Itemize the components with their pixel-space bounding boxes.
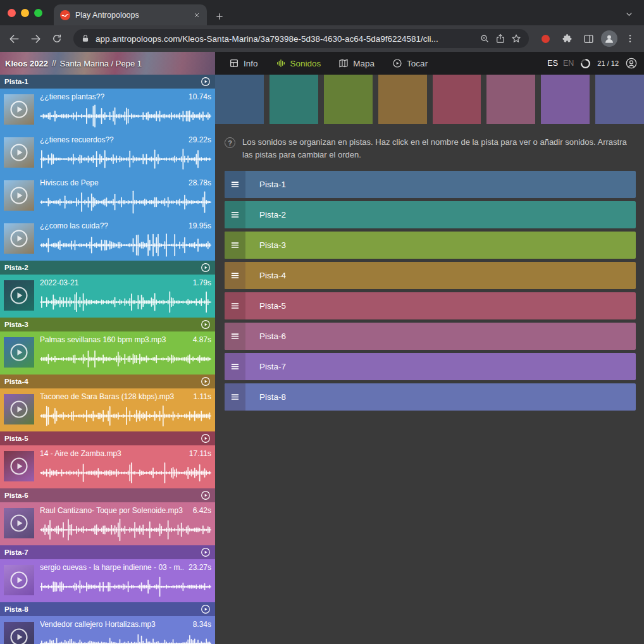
address-bar[interactable]: app.antropoloops.com/Kleos-Santa-Marina/…	[73, 29, 529, 48]
play-sound-button[interactable]	[4, 137, 34, 168]
play-sound-button[interactable]	[4, 223, 34, 254]
track-bar-pista-8[interactable]: Pista-8	[225, 383, 636, 411]
play-sound-button[interactable]	[4, 94, 34, 125]
drag-handle-icon[interactable]	[225, 262, 245, 289]
track-tile-pista-8[interactable]	[595, 75, 644, 124]
play-sound-button[interactable]	[4, 565, 34, 595]
play-sound-button[interactable]	[4, 280, 34, 311]
sound-row[interactable]: 2022-03-211.79s	[0, 275, 215, 318]
menu-kebab-icon[interactable]	[621, 30, 639, 47]
play-track-button[interactable]	[201, 376, 211, 387]
track-header[interactable]: Pista-8	[0, 602, 215, 616]
account-icon[interactable]	[625, 57, 638, 70]
sound-row[interactable]: Vendedor callejero Hortalizas.mp38.34s	[0, 616, 215, 644]
back-icon[interactable]	[5, 30, 23, 47]
track-bar-pista-7[interactable]: Pista-7	[225, 353, 636, 380]
play-track-button[interactable]	[201, 319, 211, 330]
sound-row[interactable]: ¿¿como las cuida??19.95s	[0, 218, 215, 261]
play-sound-button[interactable]	[4, 508, 34, 538]
drag-handle-icon[interactable]	[225, 383, 245, 411]
breadcrumb[interactable]: Kleos 2022 // Santa Marina / Pepe 1	[0, 52, 215, 75]
new-tab-button[interactable]	[214, 11, 225, 22]
drag-handle-icon[interactable]	[225, 171, 245, 198]
bookmark-star-icon[interactable]	[511, 34, 521, 44]
track-bar-pista-6[interactable]: Pista-6	[225, 323, 636, 350]
close-window-button[interactable]	[8, 9, 16, 17]
nav-item-tocar[interactable]: Tocar	[392, 58, 428, 68]
track-header[interactable]: Pista-5	[0, 431, 215, 445]
padlock-icon[interactable]	[81, 34, 90, 43]
url-text[interactable]: app.antropoloops.com/Kleos-Santa-Marina/…	[96, 34, 474, 44]
track-bar-pista-3[interactable]: Pista-3	[225, 232, 636, 259]
play-track-button[interactable]	[201, 547, 211, 557]
track-tile-pista-5[interactable]	[433, 75, 481, 124]
track-bar-pista-5[interactable]: Pista-5	[225, 292, 636, 319]
forward-icon[interactable]	[27, 30, 44, 47]
track-tile-pista-1[interactable]	[215, 75, 264, 124]
profile-avatar[interactable]	[601, 30, 617, 47]
language-es[interactable]: ES	[547, 59, 558, 68]
track-header[interactable]: Pista-3	[0, 318, 215, 331]
drag-handle-icon[interactable]	[225, 323, 245, 350]
track-bar-pista-2[interactable]: Pista-2	[225, 201, 636, 228]
track-header[interactable]: Pista-7	[0, 545, 215, 559]
sound-row[interactable]: ¿¿tienes plantas??10.74s	[0, 89, 215, 132]
sound-thumbnail	[4, 280, 34, 311]
track-tile-pista-4[interactable]	[378, 75, 427, 124]
sound-row[interactable]: Hiviscus de Pepe28.78s	[0, 175, 215, 218]
drag-handle-icon[interactable]	[225, 292, 245, 319]
side-panel-icon[interactable]	[579, 30, 597, 47]
track-bar-pista-1[interactable]: Pista-1	[225, 171, 636, 198]
play-track-button[interactable]	[201, 604, 211, 614]
sound-row[interactable]: Raul Cantizano- Toque por Solenoide.mp36…	[0, 502, 215, 545]
sound-row[interactable]: Taconeo de Sara Baras (128 kbps).mp31.11…	[0, 388, 215, 431]
extensions-puzzle-icon[interactable]	[558, 30, 576, 47]
breadcrumb-project[interactable]: Kleos 2022	[5, 59, 48, 68]
sound-row[interactable]: ¿¿tienes recuerdos??29.22s	[0, 132, 215, 175]
play-track-button[interactable]	[201, 490, 211, 500]
play-sound-button[interactable]	[4, 337, 34, 368]
sound-duration: 4.87s	[193, 335, 211, 344]
tab-title: Play Antropoloops	[75, 11, 188, 20]
share-icon[interactable]	[495, 34, 505, 44]
track-bar-label: Pista-2	[259, 210, 286, 220]
nav-item-info[interactable]: Info	[229, 58, 258, 68]
play-sound-button[interactable]	[4, 451, 34, 481]
tab-search-chevron-icon[interactable]	[624, 9, 634, 19]
track-tile-pista-6[interactable]	[486, 75, 535, 124]
drag-handle-icon[interactable]	[225, 232, 245, 259]
maximize-window-button[interactable]	[34, 9, 42, 17]
play-track-button[interactable]	[201, 263, 211, 273]
sound-title: Hiviscus de Pepe	[40, 178, 183, 187]
app-content: Pista-1¿¿tienes plantas??10.74s¿¿tienes …	[0, 75, 644, 644]
track-tile-pista-3[interactable]	[324, 75, 373, 124]
sound-row[interactable]: Palmas sevillanas 160 bpm mp3.mp34.87s	[0, 331, 215, 375]
track-tile-pista-7[interactable]	[541, 75, 590, 124]
sound-row[interactable]: 14 - Aire de Zamba.mp317.11s	[0, 445, 215, 488]
zoom-icon[interactable]	[480, 34, 490, 44]
sound-row[interactable]: sergio cuevas - la harpe indienne - 03 -…	[0, 559, 215, 602]
play-sound-button[interactable]	[4, 622, 34, 644]
drag-handle-icon[interactable]	[225, 353, 245, 380]
browser-tab[interactable]: Play Antropoloops	[54, 4, 207, 25]
track-header[interactable]: Pista-2	[0, 261, 215, 275]
drag-handle-icon[interactable]	[225, 201, 245, 228]
reload-icon[interactable]	[48, 30, 66, 47]
nav-item-mapa[interactable]: Mapa	[338, 58, 375, 68]
tab-close-icon[interactable]	[193, 11, 201, 19]
track-header[interactable]: Pista-6	[0, 488, 215, 502]
language-en[interactable]: EN	[563, 59, 574, 68]
breadcrumb-path[interactable]: Santa Marina / Pepe 1	[60, 59, 142, 68]
sound-title: Palmas sevillanas 160 bpm mp3.mp3	[40, 335, 188, 344]
play-track-button[interactable]	[201, 77, 211, 87]
nav-item-sonidos[interactable]: Sonidos	[276, 58, 321, 68]
track-bar-pista-4[interactable]: Pista-4	[225, 262, 636, 289]
play-sound-button[interactable]	[4, 394, 34, 424]
track-header[interactable]: Pista-4	[0, 375, 215, 388]
track-header[interactable]: Pista-1	[0, 75, 215, 89]
play-sound-button[interactable]	[4, 180, 34, 211]
minimize-window-button[interactable]	[21, 9, 29, 17]
recorder-extension-icon[interactable]	[536, 30, 554, 47]
play-track-button[interactable]	[201, 433, 211, 443]
track-tile-pista-2[interactable]	[269, 75, 318, 124]
